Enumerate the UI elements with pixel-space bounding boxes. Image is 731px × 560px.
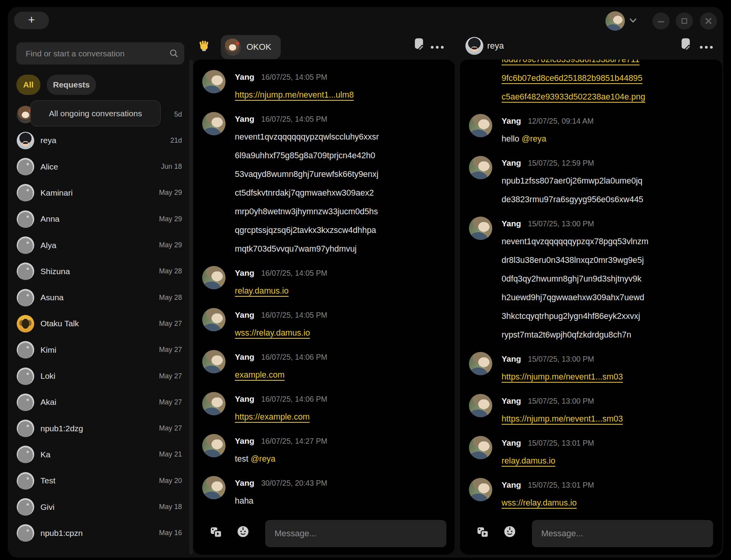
message-author-name[interactable]: Yang <box>235 268 254 277</box>
conversation-list-item[interactable]: Alya May 29 <box>17 233 182 258</box>
message-author-avatar[interactable] <box>469 352 492 375</box>
conversation-list-item[interactable]: Alice Jun 18 <box>17 154 182 180</box>
message-body: nevent1qvzqqqqqqypzqwlsccluhy6xxsr 6l9a9… <box>235 128 445 258</box>
conversation-list-item[interactable]: Anna May 29 <box>17 206 182 232</box>
message-link[interactable]: wss://relay.damus.io <box>235 328 310 338</box>
message-author-name[interactable]: Yang <box>502 480 521 489</box>
message-author-name[interactable]: Yang <box>235 436 254 445</box>
message-author-name[interactable]: Yang <box>235 310 254 319</box>
message-link[interactable]: relay.damus.io <box>235 286 289 296</box>
message-author-name[interactable]: Yang <box>235 114 254 123</box>
chat-avatar-right[interactable] <box>465 37 483 55</box>
mention-link[interactable]: @reya <box>251 454 276 464</box>
message-timestamp: 15/07/25, 13:01 PM <box>528 481 594 489</box>
message-link[interactable]: relay.damus.io <box>502 456 555 466</box>
message-author-name[interactable]: Yang <box>235 352 254 361</box>
close-button[interactable] <box>700 12 717 30</box>
conversation-timestamp: May 29 <box>159 215 182 223</box>
conversation-list-item[interactable]: reya 21d <box>17 128 182 153</box>
message-author-name[interactable]: Yang <box>502 354 521 363</box>
conversation-list-item[interactable]: Otaku Talk May 27 <box>17 311 182 336</box>
conversation-name: Kimi <box>40 345 56 355</box>
conversation-list-item[interactable]: Kaminari May 29 <box>17 180 182 206</box>
chat-message: Yang 16/07/25, 14:05 PM nevent1qvzqqqqqq… <box>193 110 445 258</box>
message-link[interactable]: example.com <box>235 370 285 380</box>
profile-avatar[interactable] <box>605 11 625 31</box>
note-icon[interactable] <box>414 37 424 51</box>
chat-panel-left: gyyg Yang 16/07/25, 14:05 PM https://nju… <box>193 60 455 555</box>
message-header: Yang 16/07/25, 14:05 PM <box>235 264 445 282</box>
conversation-timestamp: May 27 <box>159 398 182 406</box>
message-link[interactable]: https://njump.me/nevent1...sm03 <box>502 372 623 382</box>
message-author-name[interactable]: Yang <box>502 396 521 405</box>
message-author-name[interactable]: Yang <box>502 219 521 228</box>
conversation-list-item[interactable]: npub1:2dzg May 27 <box>17 416 182 441</box>
conversation-list-item[interactable]: Test May 20 <box>17 468 182 494</box>
message-input[interactable] <box>265 520 446 547</box>
conversation-list-item[interactable]: Ka May 21 <box>17 442 182 467</box>
conversation-list-item[interactable]: Akai May 27 <box>17 389 182 415</box>
conversation-list-item[interactable]: Givi May 18 <box>17 494 182 520</box>
message-input[interactable] <box>532 520 713 547</box>
conversation-avatar <box>17 158 34 175</box>
attach-media-icon[interactable] <box>477 527 489 539</box>
conversation-list-item[interactable]: Shizuna May 28 <box>17 259 182 284</box>
message-author-avatar[interactable] <box>202 434 226 457</box>
conversation-list: 5d reya 21d Alice Jun 18 Kaminari May 29… <box>8 7 193 558</box>
message-author-avatar[interactable] <box>469 394 492 417</box>
conversation-timestamp: May 27 <box>159 424 182 432</box>
message-author-name[interactable]: Yang <box>502 438 521 447</box>
message-link[interactable]: https://example.com <box>235 412 310 422</box>
message-author-name[interactable]: Yang <box>502 158 521 167</box>
message-link[interactable]: f8dd769c762fc83393d6f13386/7e711 9fc6b07… <box>502 60 645 102</box>
message-author-avatar[interactable] <box>469 156 492 179</box>
message-author-avatar[interactable] <box>202 112 226 135</box>
chat-title-left[interactable]: OKOK <box>221 35 281 59</box>
message-body: wss://relay.damus.io <box>235 324 445 342</box>
message-link[interactable]: https://njump.me/nevent1...ulm8 <box>235 90 354 100</box>
more-options-icon[interactable] <box>700 44 715 51</box>
chat-title-left-label: OKOK <box>247 42 271 52</box>
message-header: Yang 15/07/25, 13:01 PM <box>502 476 713 494</box>
conversation-timestamp: May 29 <box>159 241 182 249</box>
message-author-name[interactable]: Yang <box>235 394 254 403</box>
note-icon[interactable] <box>680 37 691 51</box>
attach-media-icon[interactable] <box>210 527 222 539</box>
message-author-name[interactable]: Yang <box>235 478 254 487</box>
message-author-avatar[interactable] <box>202 392 226 415</box>
message-link[interactable]: wss://relay.damus.io <box>502 498 577 508</box>
message-author-avatar[interactable] <box>202 266 226 289</box>
conversation-timestamp: May 18 <box>159 503 182 511</box>
chat-message: Yang 15/07/25, 13:00 PM https://njump.me… <box>460 350 713 386</box>
message-author-name[interactable]: Yang <box>235 72 254 81</box>
conversation-avatar <box>17 315 34 332</box>
more-options-icon[interactable] <box>431 44 446 51</box>
conversation-list-item[interactable]: Kimi May 27 <box>17 337 182 363</box>
mention-link[interactable]: @reya <box>521 134 546 144</box>
conversation-avatar <box>17 184 34 201</box>
message-author-avatar[interactable] <box>202 350 226 373</box>
message-link[interactable]: https://njump.me/nevent1...sm03 <box>502 414 623 424</box>
maximize-button[interactable] <box>676 12 693 30</box>
message-author-avatar[interactable] <box>202 308 226 331</box>
minimize-button[interactable] <box>652 12 670 30</box>
message-author-avatar[interactable] <box>469 478 492 501</box>
message-author-avatar[interactable] <box>202 70 226 93</box>
message-timestamp: 12/07/25, 09:14 AM <box>528 117 594 125</box>
conversation-list-item[interactable]: Asuna May 28 <box>17 285 182 310</box>
emoji-icon[interactable] <box>504 525 516 539</box>
conversation-list-item[interactable]: npub1:cpzn May 16 <box>17 520 182 546</box>
conversation-list-item[interactable]: Loki May 27 <box>17 363 182 389</box>
conversation-name: Shizuna <box>40 267 70 276</box>
chevron-down-icon[interactable] <box>629 18 637 25</box>
conversation-timestamp: May 27 <box>159 320 182 328</box>
message-author-avatar[interactable] <box>202 476 226 499</box>
message-author-name[interactable]: Yang <box>502 116 521 125</box>
message-author-avatar[interactable] <box>469 436 492 459</box>
conversation-avatar <box>17 498 34 516</box>
message-author-avatar[interactable] <box>469 114 492 137</box>
message-timestamp: 15/07/25, 12:59 PM <box>528 159 594 167</box>
emoji-icon[interactable] <box>237 525 249 539</box>
message-author-avatar[interactable] <box>469 217 492 240</box>
message-header: Yang 16/07/25, 14:06 PM <box>235 348 445 366</box>
